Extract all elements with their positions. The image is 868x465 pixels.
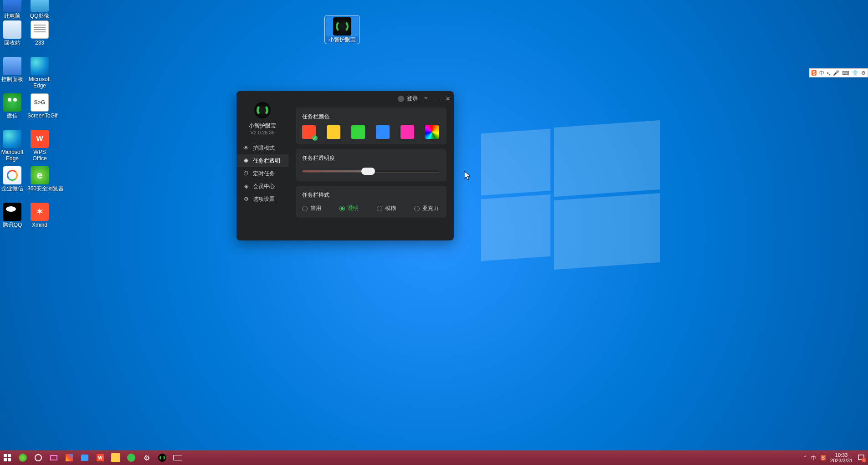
minimize-button[interactable]: — xyxy=(434,96,439,102)
tray-ime[interactable]: 中 xyxy=(811,455,816,461)
desktop[interactable]: 此电脑QQ影像回收站233控制面板Microsoft Edge微信S>GScre… xyxy=(0,0,868,465)
opacity-slider[interactable] xyxy=(302,167,440,176)
desktop-icon-xmind[interactable]: Xmind xyxy=(27,203,52,228)
ime-skin-icon[interactable]: 👕 xyxy=(852,70,858,76)
radio-circle-icon xyxy=(377,206,382,211)
nav-item-label: 任务栏透明 xyxy=(253,157,280,165)
radio-circle-icon xyxy=(414,206,420,211)
desktop-icon-label: 360安全浏览器 xyxy=(27,185,52,192)
radio-label: 透明 xyxy=(348,204,359,212)
nav-item-vip[interactable]: ◈会员中心 xyxy=(236,180,288,193)
login-label: 登录 xyxy=(407,95,418,102)
desktop-icon-wechat[interactable]: 微信 xyxy=(0,93,25,119)
app-window: 登录 ≡ — ✕ 小智护眼宝 V2.0.26.38 👁护眼模式✺任务栏透明⏱定时… xyxy=(236,91,454,240)
thispc-icon xyxy=(3,0,21,12)
nav-item-settings[interactable]: ⚙选项设置 xyxy=(236,193,288,205)
taskbar-app-cortana[interactable] xyxy=(34,453,43,462)
desktop-icon-edge2[interactable]: Microsoft Edge xyxy=(0,130,25,162)
360-icon xyxy=(31,166,49,184)
desktop-icon-label: 此电脑 xyxy=(0,13,25,19)
wps-icon: W xyxy=(31,130,49,148)
taskbar-app-paint[interactable] xyxy=(65,453,74,462)
ime-lang[interactable]: 中 xyxy=(819,70,824,77)
close-button[interactable]: ✕ xyxy=(446,96,450,102)
qqimg-icon xyxy=(31,0,49,12)
taskbar-app-snip[interactable] xyxy=(49,453,58,462)
cursor-icon xyxy=(464,171,471,180)
taskbar-style-card: 任务栏样式 禁用透明模糊亚克力 xyxy=(296,186,447,218)
desktop-icon-thispc[interactable]: 此电脑 xyxy=(0,0,25,19)
timer-icon: ⏱ xyxy=(243,170,249,177)
app-logo-icon xyxy=(254,102,271,118)
radio-label: 模糊 xyxy=(385,204,396,212)
style-radio-blur[interactable]: 模糊 xyxy=(377,204,396,212)
ime-punct[interactable]: •, xyxy=(827,70,830,76)
taskbar-left: W ⚙ xyxy=(3,453,182,462)
app-version: V2.0.26.38 xyxy=(250,130,274,135)
color-swatch-0[interactable] xyxy=(302,125,316,139)
desktop-icon-recycle[interactable]: 回收站 xyxy=(0,20,25,46)
desktop-icon-wechatwork[interactable]: 企业微信 xyxy=(0,166,25,192)
style-radio-disable[interactable]: 禁用 xyxy=(302,204,321,212)
taskbar-app-wps[interactable]: W xyxy=(96,453,105,462)
ctrlpanel-icon xyxy=(3,57,21,75)
color-swatch-1[interactable] xyxy=(327,125,340,139)
desktop-icon-label: 企业微信 xyxy=(0,185,25,192)
desktop-icon-xzhuyan[interactable]: 小智护眼宝 xyxy=(326,16,359,43)
taskbar-clock[interactable]: 10:33 2023/3/31 xyxy=(830,452,853,463)
nav-item-mode[interactable]: 👁护眼模式 xyxy=(236,142,288,154)
desktop-icon-label: QQ影像 xyxy=(27,13,52,19)
color-swatches xyxy=(302,125,440,139)
menu-icon[interactable]: ≡ xyxy=(424,96,427,102)
desktop-icon-txt233[interactable]: 233 xyxy=(27,20,52,46)
desktop-icon-ctrlpanel[interactable]: 控制面板 xyxy=(0,57,25,82)
notification-button[interactable] xyxy=(857,454,865,462)
nav-item-taskbar[interactable]: ✺任务栏透明 xyxy=(236,154,288,167)
wechatwork-icon xyxy=(3,166,21,184)
taskbar-app-xiaozhi[interactable] xyxy=(158,453,167,462)
style-radio-transparent[interactable]: 透明 xyxy=(339,204,359,212)
app-name: 小智护眼宝 xyxy=(249,122,276,130)
tray-sogou-icon[interactable]: S xyxy=(821,455,826,460)
desktop-icon-wps[interactable]: WWPS Office xyxy=(27,130,52,162)
taskbar-app-settings[interactable]: ⚙ xyxy=(142,453,151,462)
tray-chevron-icon[interactable]: ˄ xyxy=(804,455,806,461)
desktop-icon-label: Xmind xyxy=(27,222,52,228)
taskbar-app-keyboard[interactable] xyxy=(173,453,182,462)
color-swatch-5[interactable] xyxy=(425,125,439,139)
ime-toolbar[interactable]: S 中 •, 🎤 ⌨ 👕 ⚙ xyxy=(809,68,868,77)
taskbar-color-card: 任务栏颜色 xyxy=(296,107,447,144)
desktop-icon-label: 小智护眼宝 xyxy=(326,36,359,43)
taskbar-app-explorer-pinned[interactable] xyxy=(80,453,89,462)
slider-thumb[interactable] xyxy=(361,168,375,175)
desktop-icon-screentogif[interactable]: S>GScreenToGif xyxy=(27,93,52,119)
ime-settings-icon[interactable]: ⚙ xyxy=(861,70,866,76)
taskbar[interactable]: W ⚙ ˄ 中 S 10:33 2023/3/31 xyxy=(0,450,868,465)
desktop-icon-qq[interactable]: 腾讯QQ xyxy=(0,203,25,228)
radio-circle-icon xyxy=(339,206,345,211)
nav-list: 👁护眼模式✺任务栏透明⏱定时任务◈会员中心⚙选项设置 xyxy=(236,142,288,205)
taskbar-app-explorer[interactable] xyxy=(111,453,120,462)
taskbar-app-360[interactable] xyxy=(18,453,27,462)
xmind-icon xyxy=(31,203,49,221)
taskbar-app-wechat[interactable] xyxy=(127,453,136,462)
start-button[interactable] xyxy=(3,453,12,462)
avatar-icon xyxy=(398,96,404,102)
radio-label: 禁用 xyxy=(310,204,321,212)
taskbar-icon: ✺ xyxy=(243,158,249,164)
color-swatch-2[interactable] xyxy=(351,125,365,139)
card-title: 任务栏样式 xyxy=(302,191,440,199)
login-button[interactable]: 登录 xyxy=(398,95,418,102)
nav-item-timer[interactable]: ⏱定时任务 xyxy=(236,167,288,180)
desktop-icon-edge[interactable]: Microsoft Edge xyxy=(27,57,52,89)
desktop-icon-qqimg[interactable]: QQ影像 xyxy=(27,0,52,19)
ime-keyboard-icon[interactable]: ⌨ xyxy=(842,70,849,76)
desktop-icon-360[interactable]: 360安全浏览器 xyxy=(27,166,52,192)
style-radio-acrylic[interactable]: 亚克力 xyxy=(414,204,439,212)
titlebar-controls: 登录 ≡ — ✕ xyxy=(398,95,450,102)
color-swatch-3[interactable] xyxy=(376,125,390,139)
qq-icon xyxy=(3,203,21,221)
color-swatch-4[interactable] xyxy=(401,125,414,139)
radio-label: 亚克力 xyxy=(422,204,439,212)
ime-voice-icon[interactable]: 🎤 xyxy=(833,70,839,76)
